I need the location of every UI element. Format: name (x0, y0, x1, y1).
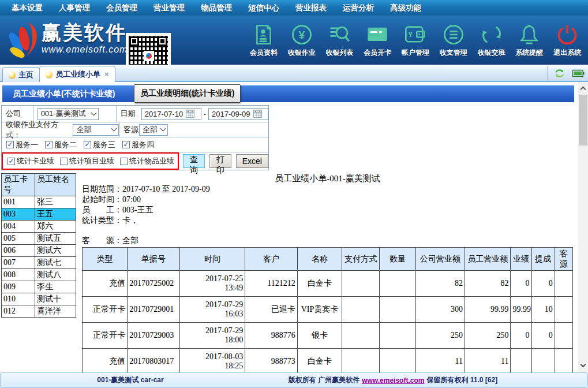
toolbar-power[interactable]: 退出系统 (548, 21, 586, 62)
toolbar-label: 会员资料 (250, 48, 278, 58)
employee-cell: 测试七 (35, 257, 76, 269)
employee-row-007[interactable]: 007测试七 (2, 257, 76, 269)
performance-cell (380, 323, 415, 349)
stats-checkbox-3[interactable]: 统计物品业绩 (120, 156, 174, 166)
menu-item-2[interactable]: 会员管理 (98, 3, 145, 13)
toolbar-member-card[interactable]: 会员开卡 (358, 21, 396, 62)
performance-cell (380, 271, 415, 297)
employee-table: 员工卡号员工姓名 001张三003王五004郑六005测试五006测试六007测… (1, 173, 76, 318)
menu-item-8[interactable]: 高级功能 (382, 3, 429, 13)
checkbox-label: 服务一 (16, 140, 38, 150)
toolbar-shift-change[interactable]: 收银交班 (473, 21, 511, 62)
system-alert-icon (518, 21, 541, 48)
service-checkbox-3[interactable]: ✓服务三 (84, 140, 115, 150)
emeisoft-link[interactable]: www.emeisoft.com (362, 376, 424, 385)
toolbar-cashier-list[interactable]: 收银列表 (321, 21, 359, 62)
performance-cell: 银卡 (297, 323, 342, 349)
menu-item-1[interactable]: 人事管理 (51, 3, 98, 13)
customer-source-select[interactable]: 全部 (139, 124, 168, 136)
toolbar-member-profile[interactable]: 会员资料 (245, 21, 283, 62)
tab-close-icon[interactable]: × (104, 70, 109, 79)
employee-row-006[interactable]: 006测试六 (2, 245, 76, 257)
performance-cell: 1121212 (245, 271, 297, 297)
performance-cell: VIP贵宾卡 (297, 297, 342, 323)
service-checkbox-1[interactable]: ✓服务一 (6, 140, 38, 150)
checkbox-icon: ✓ (8, 158, 15, 165)
header-toolbar: 会员资料¥收银作业收银列表会员开卡¥帐户管理收支管理收银交班系统提醒退出系统 (245, 21, 586, 62)
service-checkbox-2[interactable]: ✓服务二 (45, 140, 77, 150)
print-button[interactable]: 打印 (209, 154, 231, 168)
toolbar-system-alert[interactable]: 系统提醒 (510, 21, 548, 62)
employee-cell: 喜洋洋 (35, 305, 76, 318)
tab-home[interactable]: 主页 (2, 67, 40, 82)
stats-checkbox-2[interactable]: 统计项目业绩 (60, 156, 114, 166)
company-select[interactable]: 001-赢美测试 (38, 108, 99, 120)
performance-cell: 988773 (245, 349, 297, 373)
detail-report-button[interactable]: 员工业绩明细(统计卡业绩) (134, 84, 241, 103)
scroll-up-button[interactable] (578, 83, 588, 93)
header: 赢美软件 www.emeisoft.com 会员资料¥收银作业收银列表会员开卡¥… (0, 16, 588, 65)
performance-cell: 82 (415, 271, 465, 297)
toolbar-income-expense[interactable]: 收支管理 (435, 21, 473, 62)
refresh-icon[interactable] (555, 69, 565, 78)
toolbar-cashier-yen[interactable]: ¥收银作业 (283, 21, 321, 62)
employee-row-009[interactable]: 009李生 (2, 281, 76, 293)
employee-row-010[interactable]: 010测试十 (2, 293, 76, 305)
calendar-icon[interactable] (253, 110, 262, 118)
toolbar-account-wallet[interactable]: ¥帐户管理 (396, 21, 435, 62)
tab-employee-report[interactable]: 员工业绩小单 × (39, 66, 115, 82)
calendar-icon[interactable] (186, 110, 194, 118)
payment-method-select[interactable]: 全部 (73, 124, 119, 136)
employee-table-header-row: 员工卡号员工姓名 (2, 174, 76, 196)
member-profile-icon (253, 21, 275, 48)
power-icon (556, 21, 579, 48)
menu-item-6[interactable]: 营业报表 (287, 3, 335, 13)
performance-column-header: 客源 (555, 248, 572, 271)
report-info-line: 起始时间：07:00 (82, 195, 210, 205)
employee-row-003[interactable]: 003王五 (2, 208, 76, 221)
battery-icon[interactable] (572, 69, 585, 77)
checkbox-icon: ✓ (6, 141, 14, 148)
brand-flower-logo-icon (8, 20, 42, 61)
menu-item-5[interactable]: 短信中心 (240, 3, 287, 13)
employee-row-012[interactable]: 012喜洋洋 (2, 305, 76, 318)
content-area: 员工业绩小单(不统计卡业绩) 员工业绩明细(统计卡业绩) 公司 001-赢美测试… (0, 82, 588, 372)
employee-row-004[interactable]: 004郑六 (2, 221, 76, 233)
employee-cell: 001 (2, 196, 35, 208)
service-checkbox-4[interactable]: ✓服务四 (122, 140, 154, 150)
menu-item-7[interactable]: 运营分析 (335, 3, 382, 13)
employee-row-008[interactable]: 008测试八 (2, 269, 76, 281)
tab-home-label: 主页 (18, 70, 33, 80)
scroll-down-button[interactable] (578, 360, 588, 370)
query-button[interactable]: 查询 (183, 154, 205, 168)
performance-cell (555, 297, 572, 323)
employee-cell: 测试十 (35, 293, 76, 305)
date-to-input[interactable]: 2017-09-09 (208, 108, 268, 120)
stats-checkbox-1[interactable]: ✓统计卡业绩 (8, 156, 54, 166)
performance-column-header: 提成 (531, 248, 555, 271)
employee-cell: 010 (2, 293, 35, 305)
performance-cell: 99.99 (465, 297, 511, 323)
employee-cell: 008 (2, 269, 35, 281)
checkbox-label: 统计物品业绩 (129, 156, 174, 166)
excel-button[interactable]: Excel (236, 154, 268, 168)
scrollbar-thumb[interactable] (579, 95, 587, 146)
status-bar: 001-赢美测试 car-car 版权所有 广州赢美软件 www.emeisof… (0, 372, 588, 388)
menu-item-3[interactable]: 营业管理 (145, 3, 193, 13)
menu-item-4[interactable]: 物品管理 (193, 3, 240, 13)
vertical-scrollbar[interactable] (578, 82, 588, 372)
performance-cell: 10 (531, 297, 555, 323)
employee-row-005[interactable]: 005测试五 (2, 233, 76, 245)
performance-cell: 0 (511, 271, 531, 297)
performance-column-header: 公司营业额 (415, 248, 465, 271)
date-from-input[interactable]: 2017-07-10 (141, 108, 201, 120)
employee-column-header: 员工卡号 (2, 174, 35, 196)
menu-item-0[interactable]: 基本设置 (3, 3, 51, 13)
employee-cell: 007 (2, 257, 35, 269)
stats-checkbox-group-highlighted: ✓统计卡业绩统计项目业绩统计物品业绩 (2, 152, 179, 170)
performance-cell: 20170729001 (128, 297, 179, 323)
member-card-icon (366, 21, 389, 48)
performance-column-header: 时间 (179, 248, 245, 271)
performance-row: 正常开卡201707290012017-07-2916:03已退卡VIP贵宾卡3… (83, 297, 573, 323)
employee-row-001[interactable]: 001张三 (2, 196, 76, 208)
